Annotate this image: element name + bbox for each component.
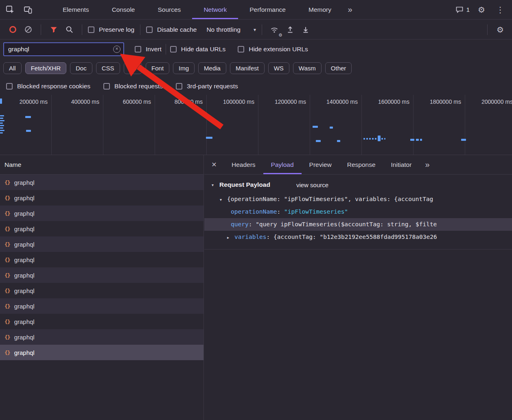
- inspect-element-icon[interactable]: [3, 3, 17, 17]
- hide-data-urls-checkbox[interactable]: Hide data URLs: [170, 46, 225, 53]
- waterfall-bar: [384, 138, 385, 140]
- chip-all[interactable]: All: [3, 62, 22, 74]
- chip-other[interactable]: Other: [325, 62, 352, 74]
- tab-performance[interactable]: Performance: [238, 0, 297, 19]
- fetch-xhr-icon: {}: [4, 210, 10, 217]
- filter-input-box: ×: [3, 42, 124, 56]
- divider: [262, 24, 262, 35]
- tab-memory[interactable]: Memory: [297, 0, 343, 19]
- hide-extension-urls-checkbox[interactable]: Hide extension URLs: [238, 46, 308, 53]
- fetch-xhr-icon: {}: [4, 179, 10, 186]
- hide-data-urls-label: Hide data URLs: [181, 46, 225, 53]
- close-icon[interactable]: ✕: [204, 155, 224, 174]
- 3rd-party-requests-checkbox[interactable]: 3rd-party requests: [176, 83, 238, 90]
- fetch-xhr-icon: {}: [4, 288, 10, 294]
- waterfall-bar: [461, 139, 466, 141]
- record-button[interactable]: [6, 23, 20, 37]
- request-name: graphql: [14, 210, 35, 217]
- request-row[interactable]: {}graphql: [0, 190, 203, 206]
- chip-media[interactable]: Media: [198, 62, 226, 74]
- chip-ws[interactable]: WS: [268, 62, 289, 74]
- request-row[interactable]: {}graphql: [0, 236, 203, 252]
- tree-triangle-icon[interactable]: ▸: [227, 231, 234, 243]
- blocked-response-cookies-label: Blocked response cookies: [17, 83, 90, 90]
- payload-key: operationName: [231, 208, 277, 215]
- detail-tab-initiator[interactable]: Initiator: [383, 155, 420, 174]
- tab-network[interactable]: Network: [192, 0, 238, 19]
- tab-sources[interactable]: Sources: [147, 0, 193, 19]
- checkbox-box: [135, 46, 141, 52]
- detail-tab-headers[interactable]: Headers: [224, 155, 263, 174]
- waterfall-bar: [0, 98, 2, 104]
- payload-tree: ▾{operationName: "ipFlowTimeseries", var…: [204, 193, 512, 249]
- request-row[interactable]: {}graphql: [0, 206, 203, 221]
- chip-doc[interactable]: Doc: [70, 62, 92, 74]
- chip-manifest[interactable]: Manifest: [230, 62, 265, 74]
- request-row[interactable]: {}graphql: [0, 175, 203, 190]
- chip-wasm[interactable]: Wasm: [293, 62, 322, 74]
- request-row[interactable]: {}graphql: [0, 329, 203, 345]
- more-detail-tabs-icon[interactable]: »: [419, 155, 434, 174]
- chip-fetch-xhr[interactable]: Fetch/XHR: [25, 62, 66, 74]
- invert-checkbox[interactable]: Invert: [135, 46, 162, 53]
- request-payload-title: Request Payload: [219, 181, 270, 188]
- request-row[interactable]: {}graphql: [0, 314, 203, 329]
- tab-elements[interactable]: Elements: [51, 0, 101, 19]
- network-conditions-icon[interactable]: ⚙: [268, 23, 282, 37]
- name-column-header[interactable]: Name: [0, 155, 203, 175]
- waterfall-bar: [369, 138, 371, 140]
- request-name: graphql: [14, 318, 35, 325]
- disable-cache-checkbox[interactable]: Disable cache: [146, 26, 197, 33]
- view-source-link[interactable]: view source: [296, 182, 328, 188]
- request-row[interactable]: {}graphql: [0, 252, 203, 267]
- network-settings-gear-icon[interactable]: ⚙: [493, 23, 507, 37]
- tree-triangle-icon[interactable]: ▾: [220, 193, 227, 206]
- detail-tab-preview[interactable]: Preview: [302, 155, 339, 174]
- blocked-requests-checkbox[interactable]: Blocked requests: [103, 83, 163, 90]
- request-row[interactable]: {}graphql: [0, 221, 203, 236]
- throttling-select[interactable]: No throttling ▾: [206, 26, 256, 33]
- request-row[interactable]: {}graphql: [0, 267, 203, 283]
- request-name: graphql: [14, 349, 35, 356]
- request-row[interactable]: {}graphql: [0, 283, 203, 298]
- settings-gear-icon[interactable]: ⚙: [475, 3, 488, 17]
- chevron-down-icon: ▾: [254, 27, 256, 33]
- clear-filter-icon[interactable]: ×: [113, 46, 120, 53]
- divider: [166, 44, 166, 55]
- chip-font[interactable]: Font: [146, 62, 169, 74]
- blocked-response-cookies-checkbox[interactable]: Blocked response cookies: [6, 83, 90, 90]
- invert-label: Invert: [146, 46, 162, 53]
- search-icon[interactable]: [62, 23, 76, 37]
- chip-img[interactable]: Img: [173, 62, 195, 74]
- overview-timeline[interactable]: 200000 ms400000 ms600000 ms800000 ms1000…: [0, 95, 512, 155]
- import-har-icon[interactable]: [283, 23, 297, 37]
- detail-tab-response[interactable]: Response: [339, 155, 383, 174]
- payload-row[interactable]: ▾{operationName: "ipFlowTimeseries", var…: [204, 193, 512, 206]
- kebab-menu-icon[interactable]: ⋮: [493, 3, 507, 17]
- filter-toggle-icon[interactable]: [47, 23, 61, 37]
- waterfall-bar: [0, 120, 4, 121]
- waterfall-bar: [313, 126, 318, 128]
- collapse-triangle-icon[interactable]: ▾: [212, 183, 219, 187]
- chip-css[interactable]: CSS: [96, 62, 120, 74]
- payload-row[interactable]: ▸variables: {accountTag: "b12e3b2192ee55…: [204, 231, 512, 243]
- issues-button[interactable]: 1: [455, 6, 470, 13]
- checkbox-box: [146, 26, 153, 33]
- preserve-log-checkbox[interactable]: Preserve log: [88, 26, 134, 33]
- export-har-icon[interactable]: [299, 23, 313, 37]
- payload-row[interactable]: query: "query ipFlowTimeseries($accountT…: [204, 218, 512, 231]
- detail-tab-payload[interactable]: Payload: [263, 155, 302, 174]
- device-toolbar-icon[interactable]: [21, 3, 35, 17]
- payload-row[interactable]: operationName: "ipFlowTimeseries": [204, 206, 512, 218]
- topbar-right-icons: 1 ⚙ ⋮: [455, 3, 512, 17]
- issues-count: 1: [466, 6, 470, 13]
- request-row[interactable]: {}graphql: [0, 298, 203, 314]
- clear-button[interactable]: [21, 23, 35, 37]
- hide-extension-urls-label: Hide extension URLs: [249, 46, 308, 53]
- filter-input[interactable]: [8, 46, 111, 53]
- request-row[interactable]: {}graphql: [0, 345, 203, 360]
- mini-gear-icon: ⚙: [278, 33, 282, 38]
- tab-console[interactable]: Console: [101, 0, 147, 19]
- more-panels-icon[interactable]: »: [343, 3, 357, 17]
- chip-js[interactable]: JS: [124, 62, 142, 74]
